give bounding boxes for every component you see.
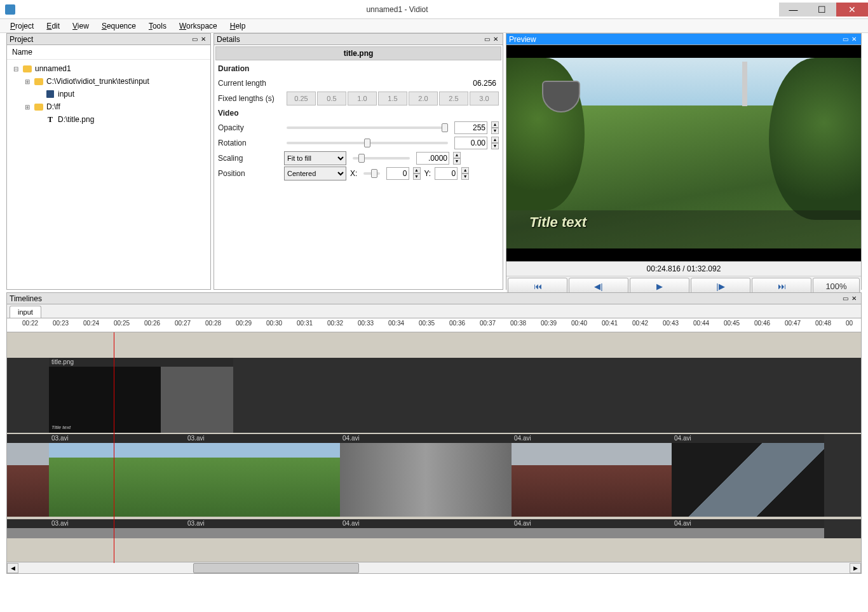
clip-label: 04.avi: [672, 519, 824, 528]
project-column-name[interactable]: Name: [7, 45, 210, 60]
audio-clip[interactable]: 04.avi: [672, 519, 824, 538]
menu-view[interactable]: View: [67, 20, 94, 32]
slider-thumb[interactable]: [442, 123, 448, 132]
scaling-input[interactable]: [416, 152, 449, 165]
video-clip[interactable]: 03.avi: [185, 434, 340, 517]
fixed-length-button[interactable]: 3.0: [470, 92, 499, 105]
maximize-button[interactable]: ☐: [808, 3, 836, 17]
preview-panel-header[interactable]: Preview ▭ ✕: [506, 34, 861, 45]
audio-clip[interactable]: 04.avi: [512, 519, 672, 538]
timelines-panel-header[interactable]: Timelines ▭ ✕: [7, 293, 861, 304]
panel-close-icon[interactable]: ✕: [199, 36, 208, 43]
rotation-spinner[interactable]: ▲▼: [491, 137, 499, 149]
opacity-spinner[interactable]: ▲▼: [491, 121, 499, 134]
fixed-length-button[interactable]: 0.5: [317, 92, 346, 105]
minimize-button[interactable]: —: [779, 3, 808, 17]
window-controls: — ☐ ✕: [779, 3, 868, 17]
clip-thumbnail: [49, 443, 185, 517]
project-panel-header[interactable]: Project ▭ ✕: [7, 34, 210, 45]
scaling-slider[interactable]: [353, 157, 410, 160]
menu-workspace[interactable]: Workspace: [174, 20, 222, 32]
tree-label: C:\Vidiot\vidiot_trunk\test\input: [46, 77, 149, 86]
expander-icon[interactable]: ⊟: [12, 65, 20, 72]
timeline-ruler[interactable]: 00:2200:2300:2400:2500:2600:2700:2800:29…: [7, 318, 861, 332]
tree-folder-ff[interactable]: ⊞ D:\ff: [8, 100, 209, 113]
tree-label: input: [58, 90, 74, 99]
position-combo[interactable]: Centered: [284, 167, 346, 180]
video-clip[interactable]: 03.avi: [49, 434, 185, 517]
preview-panel-title: Preview: [509, 35, 536, 44]
menu-help[interactable]: Help: [225, 20, 251, 32]
timeline-tab[interactable]: input: [10, 306, 41, 318]
details-panel-header[interactable]: Details ▭ ✕: [214, 34, 503, 45]
title-clip[interactable]: title.png Title text: [49, 358, 233, 433]
panel-close-icon[interactable]: ✕: [850, 36, 858, 43]
title-track[interactable]: title.png Title text: [7, 358, 861, 433]
scaling-label: Scaling: [218, 154, 280, 163]
scroll-left-button[interactable]: ◀: [7, 563, 18, 573]
audio-clip[interactable]: 03.avi: [185, 519, 340, 538]
ruler-tick: 00:40: [571, 320, 587, 327]
title-clip-text: Title text: [51, 425, 71, 430]
clip-label: 04.avi: [340, 519, 512, 528]
tree-title-file[interactable]: T D:\title.png: [8, 113, 209, 126]
slider-thumb[interactable]: [358, 154, 365, 163]
playhead[interactable]: [114, 332, 114, 563]
panel-restore-icon[interactable]: ▭: [841, 295, 850, 302]
video-clip[interactable]: 04.avi: [672, 434, 824, 517]
rotation-input[interactable]: [454, 137, 487, 149]
opacity-slider[interactable]: [287, 126, 448, 129]
scaling-spinner[interactable]: ▲▼: [453, 152, 461, 165]
tree-root[interactable]: ⊟ unnamed1: [8, 62, 209, 75]
panel-restore-icon[interactable]: ▭: [841, 36, 850, 43]
expander-icon[interactable]: ⊞: [24, 78, 31, 85]
audio-clip[interactable]: 03.avi: [49, 519, 185, 538]
video-section-label: Video: [214, 106, 503, 120]
audio-clip[interactable]: 04.avi: [340, 519, 512, 538]
y-input[interactable]: [435, 167, 458, 180]
fixed-length-buttons: 0.250.51.01.52.02.53.0: [284, 92, 499, 105]
x-spinner[interactable]: ▲▼: [413, 167, 421, 180]
slider-thumb[interactable]: [371, 169, 377, 178]
video-clip[interactable]: [7, 434, 49, 517]
video-clip[interactable]: 04.avi: [340, 434, 512, 517]
panel-close-icon[interactable]: ✕: [491, 36, 500, 43]
menu-tools[interactable]: Tools: [144, 20, 172, 32]
video-track[interactable]: 03.avi03.avi04.avi04.avi04.avi: [7, 434, 861, 517]
menu-edit[interactable]: Edit: [41, 20, 65, 32]
tree-folder-input[interactable]: ⊞ C:\Vidiot\vidiot_trunk\test\input: [8, 75, 209, 88]
tree-sequence[interactable]: input: [8, 88, 209, 100]
menu-project[interactable]: Project: [5, 20, 39, 32]
y-spinner[interactable]: ▲▼: [461, 167, 469, 180]
rotation-slider[interactable]: [287, 142, 448, 144]
ruler-tick: 00: [846, 320, 853, 327]
x-slider[interactable]: [363, 172, 379, 175]
tree-label: D:\title.png: [58, 115, 94, 124]
panel-restore-icon[interactable]: ▭: [190, 36, 199, 43]
video-clip[interactable]: 04.avi: [512, 434, 672, 517]
scroll-right-button[interactable]: ▶: [850, 563, 861, 573]
fixed-length-button[interactable]: 0.25: [287, 92, 316, 105]
ruler-tick: 00:30: [266, 320, 282, 327]
timeline-body[interactable]: title.png Title text 03.avi03.avi04.avi0…: [7, 332, 861, 563]
panel-close-icon[interactable]: ✕: [850, 295, 858, 302]
expander-icon[interactable]: ⊞: [24, 104, 31, 111]
audio-track[interactable]: 03.avi03.avi04.avi04.avi04.avi: [7, 519, 861, 538]
fixed-length-button[interactable]: 1.0: [348, 92, 377, 105]
scaling-combo[interactable]: Fit to fill: [284, 151, 346, 165]
panel-restore-icon[interactable]: ▭: [482, 36, 491, 43]
opacity-input[interactable]: [454, 121, 487, 134]
scroll-thumb[interactable]: [193, 563, 360, 573]
audio-clip[interactable]: [7, 519, 49, 538]
x-input[interactable]: [386, 167, 409, 180]
close-button[interactable]: ✕: [836, 3, 868, 17]
fixed-length-button[interactable]: 1.5: [378, 92, 407, 105]
timeline-scrollbar[interactable]: ◀ ▶: [7, 562, 861, 573]
clip-thumbnail: [185, 443, 340, 517]
current-length-label: Current length: [218, 79, 280, 88]
slider-thumb[interactable]: [364, 139, 370, 147]
tree-label: unnamed1: [35, 64, 71, 73]
menu-sequence[interactable]: Sequence: [97, 20, 141, 32]
fixed-length-button[interactable]: 2.5: [439, 92, 468, 105]
fixed-length-button[interactable]: 2.0: [409, 92, 438, 105]
